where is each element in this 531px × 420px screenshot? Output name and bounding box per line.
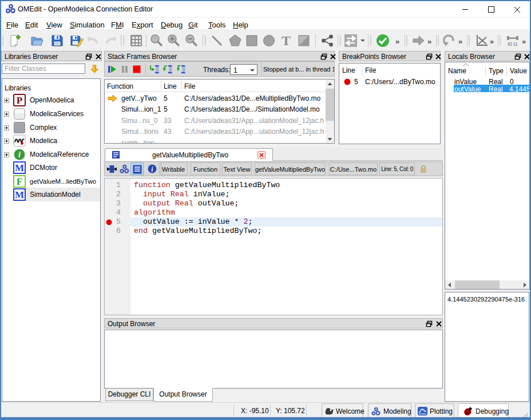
svg-text:F: F	[17, 176, 22, 187]
svg-text:i: i	[18, 150, 21, 159]
svg-text:t0 t1: t0 t1	[508, 41, 518, 47]
svg-text:M: M	[15, 163, 24, 173]
svg-text:P: P	[17, 95, 22, 106]
svg-text:M: M	[15, 189, 24, 200]
svg-text:T: T	[282, 34, 291, 47]
